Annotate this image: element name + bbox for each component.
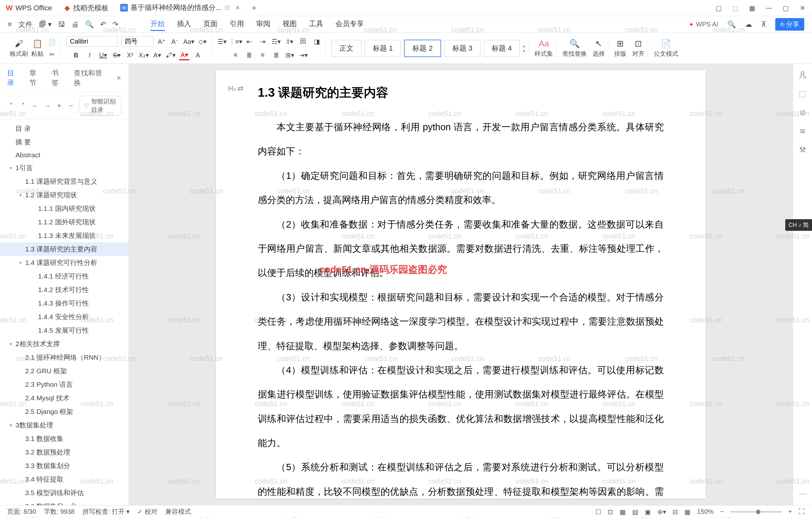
style-set-button[interactable]: Aa 样式集 <box>534 39 553 58</box>
add-icon[interactable]: + <box>55 100 63 111</box>
strike-button[interactable]: S▾ <box>112 50 122 60</box>
app-icon[interactable]: ▦ <box>748 4 756 12</box>
view-read-icon[interactable]: ☐ <box>596 508 601 516</box>
print-icon[interactable]: 🖨 <box>71 20 79 29</box>
globe-icon[interactable]: ⊕▾ <box>657 508 666 516</box>
document-paragraph[interactable]: （2）收集和准备数据：对于情感分类任务，需要收集和准备大量的数据。这些数据可以来… <box>258 212 664 285</box>
align-button[interactable]: ⊡ 对齐 <box>632 39 644 58</box>
decrease-font-icon[interactable]: A⁻ <box>170 36 180 47</box>
toc-item[interactable]: 1.1.1 国内研究现状 <box>0 202 128 215</box>
select-button[interactable]: ↖ 选择 <box>592 39 605 58</box>
ruler-icon[interactable]: ⊟ <box>672 508 678 516</box>
document-paragraph[interactable]: （3）设计和实现模型：根据研究问题和目标，需要设计和实现一个合适的模型。对于情感… <box>258 285 664 358</box>
status-proof[interactable]: ✓ 校对 <box>137 507 157 516</box>
tab-document[interactable]: W 基于循环神经网络的情感分... ⊙ ✕ <box>114 0 245 16</box>
style-h4[interactable]: 标题 4 <box>484 40 520 57</box>
align-center-icon[interactable]: ≣ <box>244 50 254 60</box>
highlight-icon[interactable]: 🖍▾ <box>166 50 176 60</box>
increase-indent-icon[interactable]: ⇥ <box>257 36 268 47</box>
wps-ai-button[interactable]: ✦WPS AI <box>689 21 718 28</box>
view-layout-icon[interactable]: ⊡ <box>608 508 613 516</box>
cloud-icon[interactable]: ☁ <box>745 20 752 29</box>
status-spell[interactable]: 拼写检查: 打开 ▾ <box>83 507 130 516</box>
demote-icon[interactable]: → <box>43 100 51 111</box>
menu-insert[interactable]: 插入 <box>177 18 191 31</box>
style-h3[interactable]: 标题 3 <box>444 40 481 57</box>
document-paragraph[interactable]: （5）系统分析和测试：在模型训练和评估之后，需要对系统进行分析和测试。可以分析模… <box>258 455 664 505</box>
save-icon[interactable]: 🖫 <box>58 20 65 29</box>
menu-review[interactable]: 审阅 <box>256 18 270 31</box>
menu-ref[interactable]: 引用 <box>230 18 244 31</box>
document-area[interactable]: H₂ ⇄ 1.3 课题研究的主要内容 本文主要基于循环神经网络，利用 pytho… <box>129 64 793 505</box>
toc-item[interactable]: ▾1.4 课题研究可行性分析 <box>0 256 128 269</box>
document-paragraph[interactable]: （4）模型训练和评估：在模型设计和实现之后，需要进行模型训练和评估。可以使用标记… <box>258 358 664 456</box>
toc-item[interactable]: 2.1 循环神经网络（RNN） <box>0 351 128 364</box>
toc-item[interactable]: 1.1.3 未来发展现状 <box>0 229 128 242</box>
new-icon[interactable]: 🗐 ▾ <box>39 20 52 29</box>
menu-start[interactable]: 开始 <box>150 18 165 31</box>
rail-layer-icon[interactable]: ≋ <box>797 126 808 137</box>
view-web-icon[interactable]: ▦ <box>620 508 626 516</box>
toc-item[interactable]: 2.3 Python 语言 <box>0 378 128 391</box>
toc-item[interactable]: 1.3 课题研究的主要内容 <box>0 242 128 256</box>
increase-font-icon[interactable]: A⁺ <box>156 36 167 47</box>
cube-icon[interactable]: ⬚ <box>731 4 739 12</box>
toc-item[interactable]: 1.4.1 经济可行性 <box>0 269 128 283</box>
sidebar-close-icon[interactable]: ✕ <box>116 74 121 82</box>
sidebar-tab-chapter[interactable]: 章节 <box>29 68 42 88</box>
formula-mode-button[interactable]: 📄 公文模式 <box>654 39 678 58</box>
menu-tools[interactable]: 工具 <box>309 18 323 31</box>
style-scroll[interactable]: ▴▾ <box>523 43 525 54</box>
toc-item[interactable]: 1.1.2 国外研究现状 <box>0 215 128 229</box>
style-h2[interactable]: 标题 2 <box>404 40 441 57</box>
format-painter-button[interactable]: 🖌 格式刷 <box>10 39 28 58</box>
document-page[interactable]: H₂ ⇄ 1.3 课题研究的主要内容 本文主要基于循环神经网络，利用 pytho… <box>216 70 706 499</box>
sort-icon[interactable]: ☶▾ <box>271 36 281 47</box>
text-effect-icon[interactable]: A▾ <box>152 50 163 60</box>
toc-item[interactable]: ▾1.2 课题研究现状 <box>0 188 128 202</box>
minimize-button[interactable]: — <box>765 4 773 12</box>
promote-icon[interactable]: ← <box>31 100 39 111</box>
clear-format-icon[interactable]: ◇▾ <box>197 36 207 47</box>
toc-item[interactable]: 2.2 GRU 框架 <box>0 364 128 378</box>
menu-view[interactable]: 视图 <box>283 18 297 31</box>
toc-item[interactable]: 1.4.2 技术可行性 <box>0 283 128 296</box>
toc-item[interactable]: 1.4.5 发展可行性 <box>0 324 128 337</box>
add-tab-button[interactable]: + <box>246 3 262 13</box>
toc-item[interactable]: ▾3数据集处理 <box>0 419 128 432</box>
toc-item[interactable]: 3.1 数据收集 <box>0 432 128 445</box>
remove-icon[interactable]: − <box>67 100 75 111</box>
find-replace-button[interactable]: 🔍 查找替换 <box>562 39 587 58</box>
italic-button[interactable]: I <box>84 50 95 60</box>
preview-icon[interactable]: 🔍 <box>85 20 94 29</box>
toc-item[interactable]: 1.4.3 操作可行性 <box>0 296 128 310</box>
underline-button[interactable]: U▾ <box>98 50 108 60</box>
file-menu[interactable]: 文件 <box>18 20 33 29</box>
undo-icon[interactable]: ↶ <box>100 20 106 29</box>
zoom-out-button[interactable]: − <box>720 508 724 515</box>
line-spacing-icon[interactable]: ‡▾ <box>285 36 295 47</box>
layout-button[interactable]: ⊞ 排版 <box>614 39 627 58</box>
numbering-icon[interactable]: ⋮≡▾ <box>230 36 241 47</box>
toc-item[interactable]: 3.4 特征提取 <box>0 472 128 486</box>
fullscreen-icon[interactable]: ⛶ <box>799 508 805 515</box>
superscript-button[interactable]: X² <box>125 50 135 60</box>
maximize-button[interactable]: ▢ <box>782 4 789 12</box>
menu-member[interactable]: 会员专享 <box>336 18 364 31</box>
rail-style-icon[interactable]: 凡 <box>797 69 808 81</box>
toc-item[interactable]: Abstract <box>0 149 128 161</box>
bold-button[interactable]: B <box>71 50 81 60</box>
toc-item[interactable]: 3.5 模型训练和评估 <box>0 486 128 500</box>
style-normal[interactable]: 正文 <box>331 40 361 57</box>
close-button[interactable]: ✕ <box>799 4 806 12</box>
document-paragraph[interactable]: （1）确定研究问题和目标：首先，需要明确研究的问题和目标。例如，研究网络用户留言… <box>258 164 664 212</box>
zoom-label[interactable]: 150% <box>697 508 714 515</box>
align-right-icon[interactable]: ≡ <box>257 50 268 60</box>
sidebar-tab-bookmark[interactable]: 书签 <box>52 68 65 88</box>
menu-icon[interactable]: ≡ <box>8 20 12 29</box>
rail-select-icon[interactable]: ⬚ <box>797 88 808 99</box>
font-bg-icon[interactable]: A <box>193 50 203 60</box>
rail-limit-icon[interactable]: ⊘ <box>797 107 808 118</box>
toc-item[interactable]: 1.4.4 安全性分析 <box>0 310 128 324</box>
rail-tool-icon[interactable]: ⚒ <box>797 144 808 155</box>
